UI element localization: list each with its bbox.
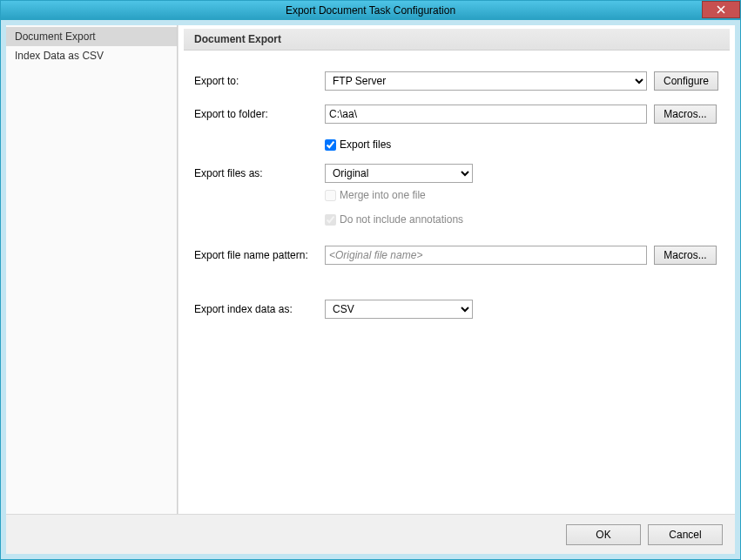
select-export-to[interactable]: FTP Server	[325, 71, 647, 91]
label-export-to: Export to:	[194, 75, 325, 87]
label-export-files-as: Export files as:	[194, 167, 325, 179]
row-index-data: Export index data as: CSV	[194, 300, 719, 319]
row-merge: Merge into one file	[194, 188, 719, 207]
form-area: Export to: FTP Server Configure Export t…	[179, 51, 735, 514]
select-index-data[interactable]: CSV	[325, 300, 473, 319]
main-panel: Document Export Export to: FTP Server Co…	[178, 25, 735, 514]
input-export-folder[interactable]	[325, 105, 647, 124]
sidebar: Document Export Index Data as CSV	[6, 25, 178, 514]
dialog-footer: OK Cancel	[6, 514, 735, 554]
input-pattern[interactable]	[325, 246, 647, 265]
row-export-files-check: Export files	[194, 138, 719, 157]
row-export-files-as: Export files as: Original	[194, 164, 719, 183]
checkbox-export-files[interactable]	[325, 139, 336, 151]
cancel-button[interactable]: Cancel	[648, 524, 723, 545]
content-area: Document Export Index Data as CSV Docume…	[6, 25, 735, 514]
checkbox-annotations	[325, 214, 336, 226]
close-icon	[717, 5, 725, 14]
label-index-data: Export index data as:	[194, 303, 325, 315]
close-button[interactable]	[702, 1, 740, 18]
sidebar-item-document-export[interactable]: Document Export	[6, 27, 177, 46]
label-pattern: Export file name pattern:	[194, 249, 325, 261]
row-export-folder: Export to folder: Macros...	[194, 105, 719, 124]
ok-button[interactable]: OK	[566, 524, 641, 545]
label-merge-checkbox: Merge into one file	[340, 189, 426, 201]
macros-folder-button[interactable]: Macros...	[654, 105, 717, 124]
label-annotations-checkbox: Do not include annotations	[340, 213, 463, 226]
titlebar: Export Document Task Configuration	[1, 1, 740, 20]
row-pattern: Export file name pattern: Macros...	[194, 246, 719, 265]
select-export-files-as[interactable]: Original	[325, 164, 473, 183]
sidebar-item-label: Document Export	[15, 30, 96, 43]
configure-button[interactable]: Configure	[654, 71, 718, 91]
checkbox-merge	[325, 190, 336, 201]
macros-pattern-button[interactable]: Macros...	[654, 246, 717, 265]
section-header: Document Export	[184, 29, 730, 51]
window-title: Export Document Task Configuration	[286, 4, 455, 17]
label-export-files-checkbox: Export files	[340, 138, 391, 151]
row-export-to: Export to: FTP Server Configure	[194, 71, 719, 91]
sidebar-item-index-data-csv[interactable]: Index Data as CSV	[6, 46, 177, 65]
row-annotations: Do not include annotations	[194, 213, 719, 232]
label-export-folder: Export to folder:	[194, 108, 325, 120]
body-area: Document Export Index Data as CSV Docume…	[1, 20, 740, 559]
sidebar-item-label: Index Data as CSV	[15, 50, 104, 62]
dialog-window: Export Document Task Configuration Docum…	[0, 0, 741, 560]
